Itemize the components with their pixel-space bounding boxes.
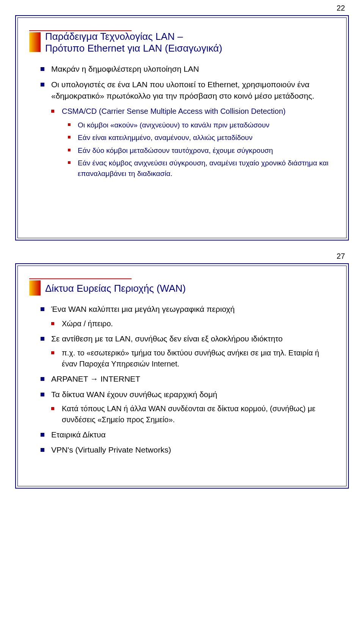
bullet-lvl1: Ένα WAN καλύπτει μια μεγάλη γεωγραφικά π… [41,303,331,329]
slide-frame-inner: Δίκτυα Ευρείας Περιοχής (WAN) Ένα WAN κα… [17,266,347,486]
bullet-lvl1: Οι υπολογιστές σε ένα LAN που υλοποιεί τ… [41,79,331,102]
bullet-lvl1: Μακράν η δημοφιλέστερη υλοποίηση LAN [41,63,331,75]
bullet-lvl3: Οι κόμβοι «ακούν» (ανιχνεύουν) το κανάλι… [68,120,331,130]
title-line-1: Παράδειγμα Τεχνολογίας LAN – [45,31,183,42]
bullet-text: Ένα WAN καλύπτει μια μεγάλη γεωγραφικά π… [51,305,235,313]
slide-content: Ένα WAN καλύπτει μια μεγάλη γεωγραφικά π… [41,303,331,456]
bullet-text: Τα δίκτυα WAN έχουν συνήθως ιεραρχική δο… [51,390,217,399]
bullet-text: Σε αντίθεση με τα LAN, συνήθως δεν είναι… [51,334,283,343]
title-block: Παράδειγμα Τεχνολογίας LAN – Πρότυπο Eth… [29,31,331,54]
bullet-lvl1: Εταιρικά Δίκτυα [41,429,331,440]
page-number: 27 [337,252,345,261]
slide-title: Δίκτυα Ευρείας Περιοχής (WAN) [45,279,331,294]
slide-frame-outer: Δίκτυα Ευρείας Περιοχής (WAN) Ένα WAN κα… [15,263,349,489]
title-accent-bar [29,32,41,52]
title-accent-bar [29,280,41,296]
page-number: 22 [337,4,345,13]
bullet-lvl1: ARPANET → INTERNET [41,373,331,385]
slide-frame-inner: Παράδειγμα Τεχνολογίας LAN – Πρότυπο Eth… [17,17,347,238]
bullet-lvl2: Κατά τόπους LAN ή άλλα WAN συνδέονται σε… [51,403,331,425]
title-accent-line [29,278,132,279]
bullet-lvl1: Τα δίκτυα WAN έχουν συνήθως ιεραρχική δο… [41,389,331,425]
bullet-lvl2-csma: CSMA/CD (Carrier Sense Multiple Access w… [51,106,331,117]
title-line-2: Πρότυπο Ethernet για LAN (Εισαγωγικά) [45,42,222,54]
bullet-lvl3: Εάν δύο κόμβοι μεταδώσουν ταυτόχρονα, έχ… [68,145,331,156]
bullet-lvl2: Χώρα / ήπειρο. [51,318,331,329]
slide-content: Μακράν η δημοφιλέστερη υλοποίηση LAN Οι … [41,63,331,179]
title-accent-line [29,30,132,31]
slide-title: Παράδειγμα Τεχνολογίας LAN – Πρότυπο Eth… [45,31,331,54]
slide-frame-outer: Παράδειγμα Τεχνολογίας LAN – Πρότυπο Eth… [15,15,349,241]
bullet-lvl3: Εάν ένας κόμβος ανιχνεύσει σύγκρουση, αν… [68,158,331,179]
bullet-lvl1: Σε αντίθεση με τα LAN, συνήθως δεν είναι… [41,333,331,369]
bullet-lvl1: VPN's (Virtually Private Networks) [41,444,331,456]
bullet-lvl2: π.χ. το «εσωτερικό» τμήμα του δικτύου συ… [51,347,331,369]
bullet-lvl3: Εάν είναι κατειλημμένο, αναμένουν, αλλιώ… [68,132,331,143]
title-block: Δίκτυα Ευρείας Περιοχής (WAN) [29,279,331,294]
